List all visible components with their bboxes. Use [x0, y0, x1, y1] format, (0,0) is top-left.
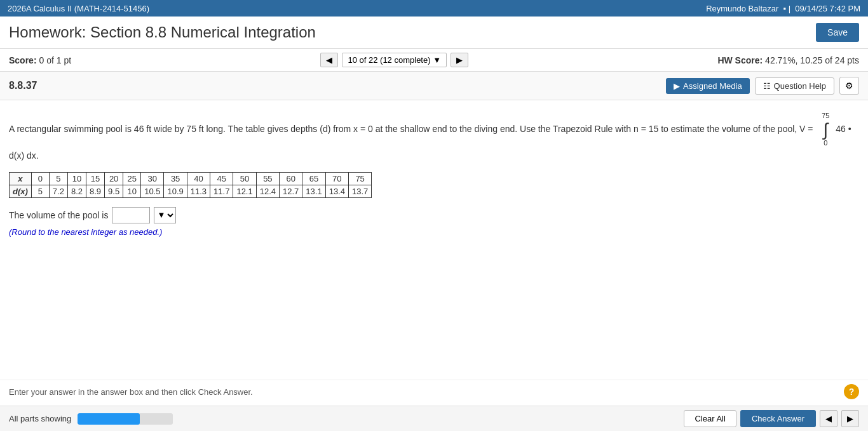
progress-bar-container	[78, 413, 173, 425]
table-cell: 7.2	[49, 185, 67, 197]
table-cell: 30	[141, 172, 164, 185]
table-cell: 13.4	[325, 185, 348, 197]
table-cell: 60	[280, 172, 302, 185]
table-cell: 11.7	[210, 185, 233, 197]
top-bar: 2026A Calculus II (MATH-2414-51456) Reym…	[0, 0, 868, 17]
gear-icon: ⚙	[845, 81, 853, 91]
course-title: 2026A Calculus II (MATH-2414-51456)	[8, 4, 149, 13]
hw-score-display: HW Score: 42.71%, 10.25 of 24 pts	[717, 55, 859, 65]
table-cell: 13.1	[302, 185, 325, 197]
save-button[interactable]: Save	[816, 23, 859, 42]
all-parts-label: All parts showing	[9, 414, 71, 423]
integral-symbol: ∫	[823, 122, 828, 138]
table-cell: 5	[31, 185, 49, 197]
table-cell: 20	[105, 172, 123, 185]
table-cell: 45	[210, 172, 233, 185]
all-parts-section: All parts showing	[9, 413, 173, 425]
x-label: x	[10, 172, 32, 185]
answer-prefix: The volume of the pool is	[9, 210, 108, 220]
table-cell: 10	[123, 185, 141, 197]
instruction-text: Enter your answer in the answer box and …	[9, 387, 253, 397]
nav-controls: ◀ 10 of 22 (12 complete) ▼ ▶	[320, 53, 468, 67]
score-display: Score: 0 of 1 pt	[9, 55, 71, 65]
list-icon: ☷	[763, 81, 771, 91]
answer-units-dropdown[interactable]: ▼ ft³ ft²	[154, 207, 176, 223]
integral-bounds: 75 ∫ 0	[822, 110, 829, 149]
table-cell: 8.9	[86, 185, 105, 197]
table-cell: 35	[164, 172, 187, 185]
table-cell: 50	[233, 172, 256, 185]
check-answer-button[interactable]: Check Answer	[740, 410, 816, 427]
bottom-right-controls: Clear All Check Answer ◀ ▶	[684, 410, 859, 427]
integral-bottom: 0	[824, 138, 827, 149]
score-bar: Score: 0 of 1 pt ◀ 10 of 22 (12 complete…	[0, 49, 868, 72]
help-icon[interactable]: ?	[844, 384, 859, 399]
header: Homework: Section 8.8 Numerical Integrat…	[0, 17, 868, 49]
table-cell: 65	[302, 172, 325, 185]
round-note: (Round to the nearest integer as needed.…	[9, 227, 859, 237]
table-cell: 40	[187, 172, 210, 185]
score-value: 0 of 1 pt	[39, 55, 71, 65]
table-cell: 5	[49, 172, 67, 185]
user-info: Reymundo Baltazar ▪ | 09/14/25 7:42 PM	[706, 4, 860, 13]
table-cell: 11.3	[187, 185, 210, 197]
answer-input[interactable]	[112, 207, 150, 223]
progress-bar-fill	[78, 413, 140, 425]
d-label: d(x)	[10, 185, 32, 197]
clear-all-button[interactable]: Clear All	[684, 410, 736, 427]
table-cell: 15	[86, 172, 105, 185]
table-cell: 8.2	[67, 185, 86, 197]
bottom-bar: All parts showing Clear All Check Answer…	[0, 406, 868, 431]
hw-score-value: 42.71%, 10.25 of 24 pts	[765, 55, 859, 65]
table-x-row: x 0 5 10 15 20 25 30 35 40 45 50 55 60 6…	[10, 172, 372, 185]
nav-dropdown[interactable]: 10 of 22 (12 complete) ▼	[342, 53, 447, 67]
table-cell: 0	[31, 172, 49, 185]
question-bar: 8.8.37 ▶ Assigned Media ☷ Question Help …	[0, 72, 868, 100]
page-title: Homework: Section 8.8 Numerical Integrat…	[9, 23, 316, 41]
table-cell: 12.7	[280, 185, 302, 197]
depth-table: x 0 5 10 15 20 25 30 35 40 45 50 55 60 6…	[9, 172, 372, 198]
table-cell: 13.7	[348, 185, 371, 197]
question-help-button[interactable]: ☷ Question Help	[755, 77, 834, 95]
bottom-nav-next[interactable]: ▶	[841, 410, 859, 427]
assigned-media-button[interactable]: ▶ Assigned Media	[666, 78, 750, 94]
nav-prev-button[interactable]: ◀	[320, 53, 338, 67]
question-actions: ▶ Assigned Media ☷ Question Help ⚙	[666, 77, 859, 95]
table-cell: 75	[348, 172, 371, 185]
media-icon: ▶	[674, 81, 680, 91]
problem-text: A rectangular swimming pool is 46 ft wid…	[9, 110, 859, 163]
table-cell: 70	[325, 172, 348, 185]
table-cell: 10.5	[141, 185, 164, 197]
table-cell: 12.1	[233, 185, 256, 197]
table-cell: 9.5	[105, 185, 123, 197]
bottom-nav-prev[interactable]: ◀	[820, 410, 837, 427]
table-cell: 12.4	[256, 185, 279, 197]
answer-area: The volume of the pool is ▼ ft³ ft²	[9, 207, 859, 223]
table-cell: 10	[67, 172, 86, 185]
table-cell: 55	[256, 172, 279, 185]
settings-button[interactable]: ⚙	[839, 77, 859, 95]
table-d-row: d(x) 5 7.2 8.2 8.9 9.5 10 10.5 10.9 11.3…	[10, 185, 372, 197]
question-number: 8.8.37	[9, 80, 37, 91]
table-cell: 10.9	[164, 185, 187, 197]
bottom-instruction-bar: Enter your answer in the answer box and …	[0, 380, 868, 402]
nav-next-button[interactable]: ▶	[451, 53, 468, 67]
bottom-controls: All parts showing Clear All Check Answer…	[9, 410, 859, 427]
table-cell: 25	[123, 172, 141, 185]
